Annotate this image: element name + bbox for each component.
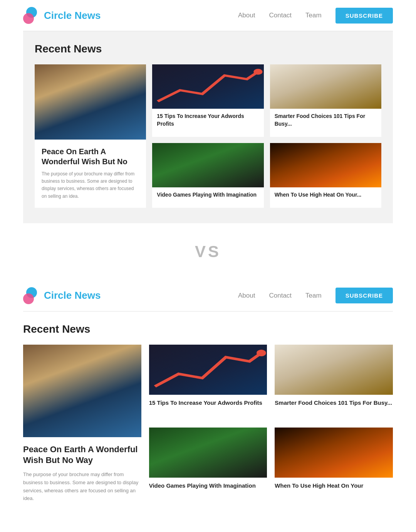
section-wrapper-1: Recent News Peace On Earth A Wonderful W…: [23, 31, 393, 223]
brand-name-regular-2: Circle: [44, 290, 72, 301]
logo-icon-2: [23, 287, 40, 304]
logo-1: Circle News: [23, 7, 101, 24]
logo-icon-1: [23, 7, 40, 24]
logo-2: Circle News: [23, 287, 101, 304]
card-image-2-2: [275, 345, 393, 395]
svg-point-1: [257, 350, 266, 356]
subscribe-button-1[interactable]: SUBSCRIBE: [335, 8, 393, 24]
logo-text-2: Circle News: [44, 290, 101, 301]
article-card-1-4[interactable]: When To Use High Heat On Your...: [270, 143, 381, 208]
article-card-1-1[interactable]: 15 Tips To Increase Your Adwords Profits: [152, 64, 263, 137]
nav-team-2[interactable]: Team: [305, 292, 322, 300]
section-title-2: Recent News: [23, 323, 393, 335]
card-image-1-2: [270, 64, 381, 109]
logo-circle-pink-1: [23, 13, 34, 24]
article-card-2-2[interactable]: Smarter Food Choices 101 Tips For Busy..…: [275, 345, 393, 420]
card-image-1-4: [270, 143, 381, 187]
main-article-title-2: Peace On Earth A Wonderful Wish But No W…: [23, 444, 141, 466]
card-image-2-1: [149, 345, 267, 395]
article-grid-2: Peace On Earth A Wonderful Wish But No W…: [23, 345, 393, 503]
article-card-2-4[interactable]: When To Use High Heat On Your: [275, 428, 393, 503]
card-title-1-2: Smarter Food Choices 101 Tips For Busy..…: [270, 109, 381, 131]
main-article-title-1: Peace On Earth A Wonderful Wish But No: [42, 146, 139, 167]
nav-team-1[interactable]: Team: [305, 12, 322, 19]
brand-name-highlight-2: News: [75, 290, 101, 301]
navbar-1: Circle News About Contact Team SUBSCRIBE: [0, 0, 416, 31]
navbar-2: Circle News About Contact Team SUBSCRIBE: [0, 280, 416, 311]
article-grid-1: Peace On Earth A Wonderful Wish But No T…: [35, 64, 381, 208]
main-article-1[interactable]: Peace On Earth A Wonderful Wish But No T…: [35, 64, 146, 208]
article-card-2-3[interactable]: Video Games Playing With Imagination: [149, 428, 267, 503]
subscribe-button-2[interactable]: SUBSCRIBE: [335, 288, 393, 303]
card-title-1-4: When To Use High Heat On Your...: [270, 187, 381, 203]
main-article-excerpt-2: The purpose of your brochure may differ …: [23, 471, 141, 503]
card-title-2-2: Smarter Food Choices 101 Tips For Busy..…: [275, 395, 393, 407]
instance-2: Circle News About Contact Team SUBSCRIBE…: [0, 280, 416, 532]
vs-label: VS: [195, 242, 221, 261]
vs-separator: VS: [0, 223, 416, 280]
card-title-2-1: 15 Tips To Increase Your Adwords Profits: [149, 395, 267, 407]
article-card-2-1[interactable]: 15 Tips To Increase Your Adwords Profits: [149, 345, 267, 420]
card-image-1-1: [152, 64, 263, 109]
main-article-body-1: Peace On Earth A Wonderful Wish But No T…: [35, 140, 146, 208]
nav-contact-2[interactable]: Contact: [269, 292, 292, 300]
logo-circle-pink-2: [23, 293, 34, 304]
card-image-1-3: [152, 143, 263, 187]
card-title-2-3: Video Games Playing With Imagination: [149, 478, 267, 490]
logo-text-1: Circle News: [44, 10, 101, 22]
main-article-body-2: Peace On Earth A Wonderful Wish But No W…: [23, 437, 141, 503]
section-title-1: Recent News: [35, 43, 381, 55]
article-card-1-3[interactable]: Video Games Playing With Imagination: [152, 143, 263, 208]
article-card-1-2[interactable]: Smarter Food Choices 101 Tips For Busy..…: [270, 64, 381, 137]
main-article-2[interactable]: Peace On Earth A Wonderful Wish But No W…: [23, 345, 141, 503]
brand-name-regular-1: Circle: [44, 10, 72, 21]
card-image-2-4: [275, 428, 393, 478]
card-image-2-3: [149, 428, 267, 478]
main-article-image-2: [23, 345, 141, 437]
nav-links-2: About Contact Team SUBSCRIBE: [238, 288, 393, 303]
card-title-1-1: 15 Tips To Increase Your Adwords Profits: [152, 109, 263, 131]
main-article-image-1: [35, 64, 146, 140]
card-title-2-4: When To Use High Heat On Your: [275, 478, 393, 490]
nav-contact-1[interactable]: Contact: [269, 12, 292, 19]
nav-links-1: About Contact Team SUBSCRIBE: [238, 8, 393, 24]
card-title-1-3: Video Games Playing With Imagination: [152, 187, 263, 203]
section-inner-2: Recent News Peace On Earth A Wonderful W…: [0, 311, 416, 518]
nav-about-1[interactable]: About: [238, 12, 255, 19]
main-article-excerpt-1: The purpose of your brochure may differ …: [42, 170, 139, 200]
brand-name-highlight-1: News: [75, 10, 101, 21]
svg-point-0: [254, 69, 263, 75]
nav-about-2[interactable]: About: [238, 292, 255, 300]
